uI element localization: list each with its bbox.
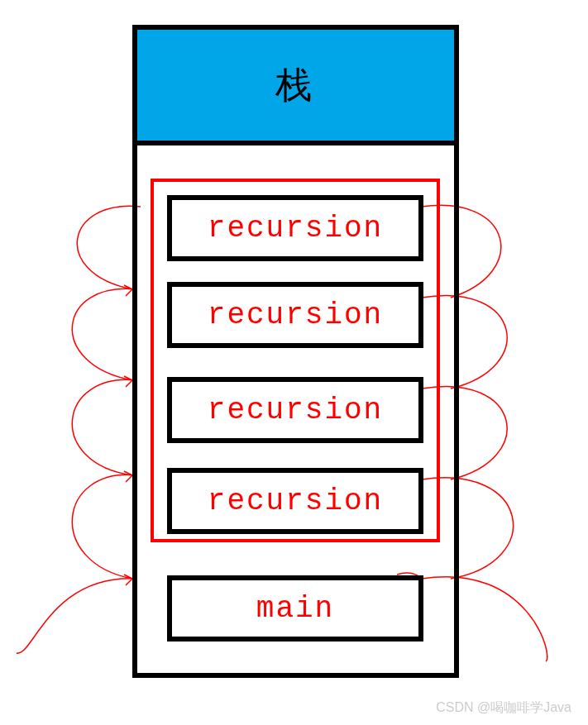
- stack-frame: recursion: [167, 468, 423, 534]
- stack-frame: recursion: [167, 377, 423, 443]
- stack-header: 栈: [137, 30, 454, 145]
- stack-title: 栈: [275, 61, 317, 110]
- stack-frame: recursion: [167, 195, 423, 261]
- frame-label: recursion: [208, 484, 383, 518]
- frame-label: recursion: [208, 298, 383, 332]
- frame-label: main: [256, 592, 334, 626]
- stack-container: 栈 recursion recursion recursion recursio…: [132, 25, 459, 678]
- frame-label: recursion: [208, 212, 383, 246]
- stack-frame: main: [167, 575, 423, 642]
- frame-label: recursion: [208, 394, 383, 427]
- watermark: CSDN @喝咖啡学Java: [436, 699, 571, 717]
- stack-frame: recursion: [167, 282, 423, 348]
